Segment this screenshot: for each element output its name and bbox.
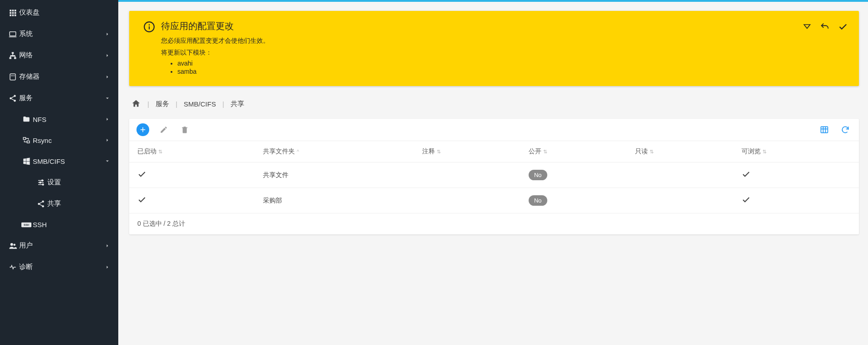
col-readonly[interactable]: 只读⇅ [627,141,733,162]
col-enabled[interactable]: 已启动⇅ [129,141,255,162]
cell-browseable [733,188,859,213]
edit-button[interactable] [157,123,170,136]
pending-changes-alert: 待应用的配置更改 您必须应用配置变更才会使他们生效。 将更新以下模块： avah… [129,11,859,86]
lan-icon [6,51,19,60]
sidebar-item-label: NFS [33,116,103,123]
cell-public: No [520,188,627,213]
chevron-right-icon [103,243,112,249]
svg-rect-7 [12,14,14,16]
sidebar-item-rsync[interactable]: Rsync [0,130,118,151]
check-icon [137,170,146,179]
svg-point-28 [14,244,16,246]
breadcrumb-separator: | [222,100,224,108]
alert-subtitle: 将更新以下模块： [161,49,802,57]
sidebar-item-label: 存储器 [19,72,103,81]
sidebar-item-label: SMB/CIFS [33,157,103,165]
sidebar-item-label: 仪表盘 [19,8,112,17]
cell-comment [414,188,520,213]
sd-card-icon [6,73,19,81]
home-icon[interactable] [131,99,141,109]
alert-title: 待应用的配置更改 [161,20,802,32]
sidebar-item-label: SSH [33,221,112,228]
refresh-button[interactable] [839,123,852,136]
columns-button[interactable] [818,123,831,136]
col-folder[interactable]: 共享文件夹^ [255,141,414,162]
svg-point-30 [149,24,150,25]
sidebar-item-dashboard[interactable]: 仪表盘 [0,2,118,23]
sidebar-item-settings[interactable]: 设置 [0,172,118,193]
svg-point-20 [40,182,41,183]
svg-rect-12 [14,57,16,59]
sidebar-item-label: 服务 [19,94,103,102]
check-icon [137,195,146,204]
folder-icon [20,115,33,123]
tune-icon [35,178,47,187]
public-no-badge: No [529,170,547,180]
alert-module-item: avahi [177,60,802,67]
sidebar-item-label: 系统 [19,30,103,38]
sidebar-item-users[interactable]: 用户 [0,235,118,256]
alert-undo-button[interactable] [820,22,830,32]
breadcrumb-item-services[interactable]: 服务 [156,100,169,108]
sidebar-item-label: Rsync [33,137,103,144]
sidebar-item-system[interactable]: 系统 [0,23,118,45]
col-browseable[interactable]: 可浏览⇅ [733,141,859,162]
svg-rect-11 [10,57,12,59]
alert-module-item: samba [177,68,802,75]
table-toolbar [129,119,859,141]
col-public[interactable]: 公开⇅ [520,141,627,162]
sidebar-item-nfs[interactable]: NFS [0,109,118,130]
cell-enabled [129,188,255,213]
sidebar-item-shares[interactable]: 共享 [0,193,118,214]
chevron-down-icon [103,158,112,164]
sidebar-item-services[interactable]: 服务 [0,87,118,109]
add-button[interactable] [136,123,149,136]
cell-comment [414,162,520,188]
svg-point-21 [42,184,44,185]
sidebar-item-network[interactable]: 网络 [0,45,118,66]
svg-rect-9 [10,31,16,36]
sidebar-item-storage[interactable]: 存储器 [0,66,118,87]
alert-module-list: avahi samba [177,60,802,75]
cell-enabled [129,162,255,188]
cell-browseable [733,162,859,188]
table-row[interactable]: 共享文件No [129,162,859,188]
svg-rect-8 [15,14,16,16]
sidebar-item-diagnostics[interactable]: 诊断 [0,256,118,278]
shares-card: 已启动⇅ 共享文件夹^ 注释⇅ 公开⇅ 只读⇅ 可浏览⇅ 共享文件No采购部No… [129,119,859,234]
sidebar-item-label: 用户 [19,241,103,250]
svg-rect-1 [12,10,14,11]
alert-apply-button[interactable] [838,22,848,32]
cell-readonly [627,188,733,213]
chevron-right-icon [103,74,112,80]
svg-rect-5 [15,12,16,14]
breadcrumb: | 服务 | SMB/CIFS | 共享 [131,99,859,109]
chevron-right-icon [103,31,112,37]
table-row[interactable]: 采购部No [129,188,859,213]
cell-readonly [627,162,733,188]
delete-button[interactable] [178,123,191,136]
cell-folder: 共享文件 [255,162,414,188]
sidebar: 仪表盘 系统 网络 存储器 [0,0,118,345]
svg-point-27 [10,243,13,246]
breadcrumb-item-shares[interactable]: 共享 [231,100,244,108]
ssh-icon: SSH [20,222,33,228]
col-comment[interactable]: 注释⇅ [414,141,520,162]
alert-desc: 您必须应用配置变更才会使他们生效。 [161,37,802,45]
sidebar-item-label: 诊断 [19,263,103,271]
sync-icon [20,136,33,144]
svg-rect-6 [10,14,11,16]
sidebar-item-smb[interactable]: SMB/CIFS [0,151,118,172]
breadcrumb-item-smb[interactable]: SMB/CIFS [184,100,216,108]
alert-expand-button[interactable] [802,22,812,31]
sidebar-item-ssh[interactable]: SSH SSH [0,214,118,235]
svg-point-14 [10,97,12,99]
svg-point-15 [14,95,16,97]
check-icon [742,170,751,179]
cell-folder: 采购部 [255,188,414,213]
apps-icon [6,9,19,17]
sidebar-item-label: 设置 [47,178,112,187]
share-icon [35,200,47,208]
info-icon [140,20,158,33]
svg-rect-3 [10,12,11,14]
